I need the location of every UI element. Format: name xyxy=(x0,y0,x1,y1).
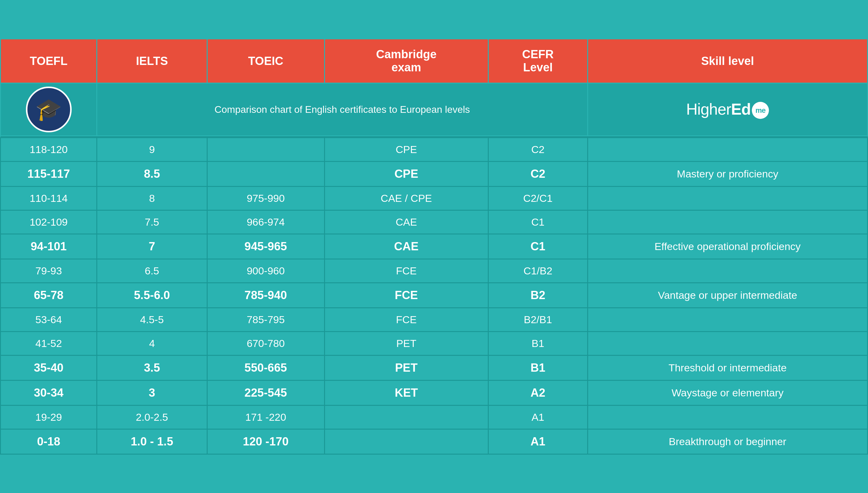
toefl-cell: 35-40 xyxy=(1,356,97,381)
toefl-cell: 41-52 xyxy=(1,332,97,356)
cambridge-cell: KET xyxy=(324,381,488,406)
skill-cell xyxy=(587,332,867,356)
cefr-cell: C1/B2 xyxy=(488,259,587,283)
table-row: 118-1209CPEC2 xyxy=(1,138,868,162)
header-cambridge: Cambridgeexam xyxy=(324,39,488,83)
header-toefl: TOEFL xyxy=(1,39,97,83)
header-cefr: CEFRLevel xyxy=(488,39,587,83)
skill-cell xyxy=(587,406,867,429)
brand-badge: me xyxy=(752,102,769,119)
cambridge-cell: FCE xyxy=(324,308,488,332)
toeic-cell: 945-965 xyxy=(207,234,324,259)
cefr-cell: C2/C1 xyxy=(488,187,587,210)
cambridge-cell: FCE xyxy=(324,259,488,283)
cefr-cell: B1 xyxy=(488,332,587,356)
cefr-cell: A1 xyxy=(488,429,587,454)
toefl-cell: 30-34 xyxy=(1,381,97,406)
skill-cell: Mastery or proficiency xyxy=(587,162,867,187)
skill-cell xyxy=(587,138,867,162)
cambridge-cell: PET xyxy=(324,332,488,356)
toefl-cell: 118-120 xyxy=(1,138,97,162)
toeic-cell: 171 -220 xyxy=(207,406,324,429)
toeic-cell: 966-974 xyxy=(207,210,324,234)
ielts-cell: 7.5 xyxy=(97,210,207,234)
cefr-cell: B1 xyxy=(488,356,587,381)
ielts-cell: 3.5 xyxy=(97,356,207,381)
brand-ed: Ed xyxy=(731,100,751,118)
skill-cell: Vantage or upper intermediate xyxy=(587,283,867,308)
cefr-cell: C2 xyxy=(488,138,587,162)
brand-cell: HigherEdme xyxy=(587,83,867,136)
toefl-cell: 115-117 xyxy=(1,162,97,187)
cambridge-cell: CAE / CPE xyxy=(324,187,488,210)
subtitle-label: Comparison chart of English certificates… xyxy=(215,104,470,115)
table-row: 65-785.5-6.0785-940FCEB2Vantage or upper… xyxy=(1,283,868,308)
toeic-cell xyxy=(207,162,324,187)
skill-cell: Threshold or intermediate xyxy=(587,356,867,381)
mascot: 🎓 xyxy=(26,87,72,132)
cefr-cell: C1 xyxy=(488,234,587,259)
ielts-cell: 5.5-6.0 xyxy=(97,283,207,308)
cefr-cell: C2 xyxy=(488,162,587,187)
skill-cell xyxy=(587,308,867,332)
toeic-cell: 225-545 xyxy=(207,381,324,406)
skill-cell: Waystage or elementary xyxy=(587,381,867,406)
table-row: 115-1178.5CPEC2Mastery or proficiency xyxy=(1,162,868,187)
toefl-cell: 94-101 xyxy=(1,234,97,259)
toeic-cell: 550-665 xyxy=(207,356,324,381)
cambridge-cell xyxy=(324,406,488,429)
toeic-cell: 785-795 xyxy=(207,308,324,332)
table-row: 110-1148975-990CAE / CPEC2/C1 xyxy=(1,187,868,210)
subtitle-row: 🎓 Comparison chart of English certificat… xyxy=(1,83,868,136)
skill-cell xyxy=(587,210,867,234)
cefr-cell: C1 xyxy=(488,210,587,234)
skill-cell xyxy=(587,187,867,210)
table-row: 53-644.5-5785-795FCEB2/B1 xyxy=(1,308,868,332)
toefl-cell: 0-18 xyxy=(1,429,97,454)
toeic-cell: 785-940 xyxy=(207,283,324,308)
toefl-cell: 79-93 xyxy=(1,259,97,283)
toeic-cell: 975-990 xyxy=(207,187,324,210)
table-row: 35-403.5550-665PETB1Threshold or interme… xyxy=(1,356,868,381)
ielts-cell: 2.0-2.5 xyxy=(97,406,207,429)
cefr-cell: A1 xyxy=(488,406,587,429)
brand-text: HigherEdme xyxy=(686,100,769,118)
ielts-cell: 8 xyxy=(97,187,207,210)
skill-cell: Effective operational proficiency xyxy=(587,234,867,259)
toefl-cell: 102-109 xyxy=(1,210,97,234)
skill-cell: Breakthrough or beginner xyxy=(587,429,867,454)
header-ielts: IELTS xyxy=(97,39,207,83)
table-row: 19-292.0-2.5171 -220A1 xyxy=(1,406,868,429)
table-wrapper: TOEFL IELTS TOEIC Cambridgeexam CEFRLeve… xyxy=(0,38,868,455)
toefl-cell: 65-78 xyxy=(1,283,97,308)
toeic-cell: 900-960 xyxy=(207,259,324,283)
mascot-circle: 🎓 xyxy=(26,87,72,132)
ielts-cell: 9 xyxy=(97,138,207,162)
cambridge-cell: CAE xyxy=(324,210,488,234)
header-toeic: TOEIC xyxy=(207,39,324,83)
header-skill: Skill level xyxy=(587,39,867,83)
cambridge-cell: CAE xyxy=(324,234,488,259)
toeic-cell xyxy=(207,138,324,162)
ielts-cell: 7 xyxy=(97,234,207,259)
ielts-cell: 4 xyxy=(97,332,207,356)
table-row: 30-343225-545KETA2Waystage or elementary xyxy=(1,381,868,406)
cefr-cell: B2 xyxy=(488,283,587,308)
toefl-cell: 53-64 xyxy=(1,308,97,332)
table-row: 94-1017945-965CAEC1Effective operational… xyxy=(1,234,868,259)
ielts-cell: 1.0 - 1.5 xyxy=(97,429,207,454)
skill-cell xyxy=(587,259,867,283)
ielts-cell: 8.5 xyxy=(97,162,207,187)
ielts-cell: 6.5 xyxy=(97,259,207,283)
data-rows: 118-1209CPEC2115-1178.5CPEC2Mastery or p… xyxy=(1,138,868,454)
ielts-cell: 3 xyxy=(97,381,207,406)
cambridge-cell xyxy=(324,429,488,454)
toeic-cell: 120 -170 xyxy=(207,429,324,454)
header-row: TOEFL IELTS TOEIC Cambridgeexam CEFRLeve… xyxy=(1,39,868,83)
mascot-icon: 🎓 xyxy=(35,97,62,122)
comparison-table: TOEFL IELTS TOEIC Cambridgeexam CEFRLeve… xyxy=(0,38,868,455)
toefl-cell: 19-29 xyxy=(1,406,97,429)
table-row: 0-181.0 - 1.5120 -170A1Breakthrough or b… xyxy=(1,429,868,454)
cambridge-cell: PET xyxy=(324,356,488,381)
table-row: 41-524670-780PETB1 xyxy=(1,332,868,356)
